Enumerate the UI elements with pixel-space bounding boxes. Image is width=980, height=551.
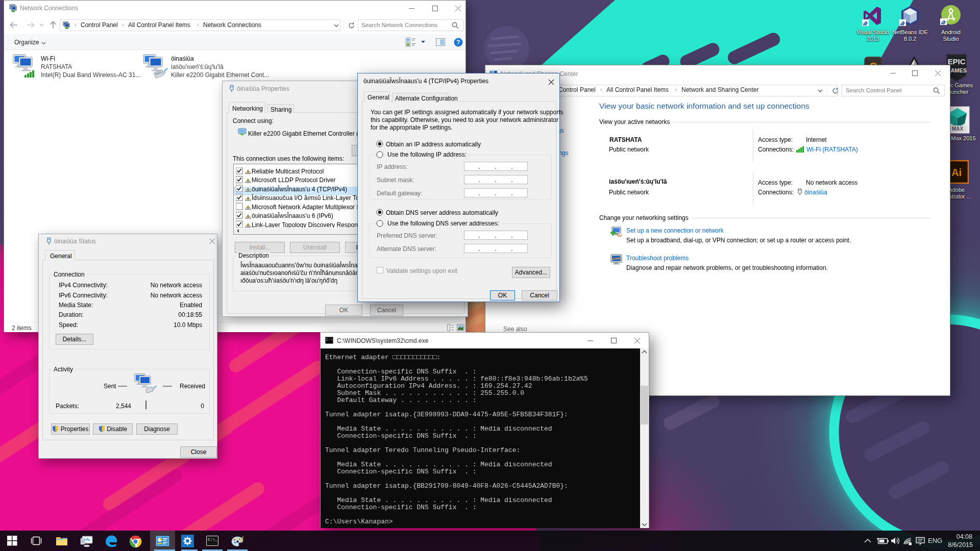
svg-text:?: ? bbox=[456, 39, 460, 46]
svg-text:MAX: MAX bbox=[952, 126, 964, 132]
svg-text:Ai: Ai bbox=[951, 167, 962, 178]
